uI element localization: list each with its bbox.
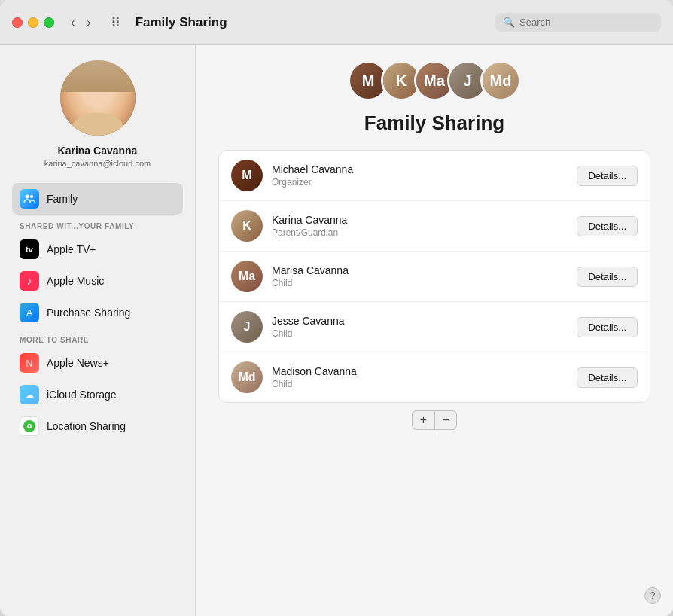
svg-point-0	[26, 195, 29, 199]
user-name: Karina Cavanna	[58, 145, 138, 157]
member-info-michael: Michael Cavanna Organizer	[272, 163, 568, 188]
sidebar-item-applemusic[interactable]: ♪ Apple Music	[12, 265, 183, 297]
appletv-icon: tv	[20, 239, 39, 259]
avatar-body	[68, 113, 128, 136]
sidebar-item-applemusic-label: Apple Music	[47, 275, 104, 287]
remove-member-button[interactable]: −	[434, 410, 457, 430]
member-row-madison: Md Madison Cavanna Child Details...	[219, 352, 650, 402]
more-section-label: MORE TO SHARE	[12, 328, 183, 347]
details-button-michael[interactable]: Details...	[577, 166, 638, 186]
member-row-marisa: Ma Marisa Cavanna Child Details...	[219, 252, 650, 302]
maximize-button[interactable]	[44, 17, 54, 28]
sidebar-item-icloud-label: iCloud Storage	[47, 389, 117, 401]
member-row-karina: K Karina Cavanna Parent/Guardian Details…	[219, 201, 650, 252]
sidebar-item-applenews-label: Apple News+	[47, 357, 109, 369]
member-info-madison: Madison Cavanna Child	[272, 365, 568, 389]
member-row-michael: M Michael Cavanna Organizer Details...	[219, 151, 650, 201]
shared-section-label: SHARED WIT...YOUR FAMILY	[12, 215, 183, 233]
main-content: Karina Cavanna karina_cavanna@icloud.com…	[0, 45, 673, 616]
member-avatar-marisa: Ma	[231, 261, 263, 292]
member-info-jesse: Jesse Cavanna Child	[272, 315, 568, 339]
user-avatar	[60, 60, 136, 136]
details-button-jesse[interactable]: Details...	[577, 317, 638, 337]
details-button-madison[interactable]: Details...	[577, 367, 638, 388]
sidebar-item-icloud[interactable]: ☁ iCloud Storage	[12, 379, 183, 410]
avatar-hair	[60, 60, 136, 92]
sidebar-item-purchasesharing[interactable]: A Purchase Sharing	[12, 297, 183, 328]
details-button-karina[interactable]: Details...	[577, 216, 638, 236]
applemusic-icon: ♪	[20, 271, 39, 291]
member-name-jesse: Jesse Cavanna	[272, 315, 568, 327]
grid-button[interactable]: ⠿	[105, 11, 126, 34]
window-title: Family Sharing	[136, 15, 486, 30]
search-bar[interactable]: 🔍	[495, 13, 661, 32]
member-name-madison: Madison Cavanna	[272, 365, 568, 377]
member-avatar-michael: M	[231, 160, 263, 191]
applenews-icon: N	[20, 353, 39, 373]
titlebar: ‹ › ⠿ Family Sharing 🔍	[0, 0, 673, 45]
member-name-marisa: Marisa Cavanna	[272, 264, 568, 276]
member-avatar-jesse: J	[231, 311, 263, 343]
details-button-marisa[interactable]: Details...	[577, 267, 638, 287]
forward-button[interactable]: ›	[82, 13, 95, 32]
add-member-button[interactable]: +	[412, 410, 434, 430]
back-button[interactable]: ‹	[66, 13, 79, 32]
user-email: karina_cavanna@icloud.com	[44, 159, 151, 168]
sidebar-item-appletv[interactable]: tv Apple TV+	[12, 233, 183, 265]
member-role-jesse: Child	[272, 328, 568, 339]
minimize-button[interactable]	[28, 17, 38, 28]
close-button[interactable]	[12, 17, 23, 28]
nav-buttons: ‹ ›	[66, 13, 96, 32]
family-avatars: M K Ma J Md	[348, 60, 521, 101]
sidebar-item-purchasesharing-label: Purchase Sharing	[47, 306, 130, 319]
member-role-marisa: Child	[272, 278, 568, 288]
member-avatar-karina: K	[231, 210, 263, 242]
help-button[interactable]: ?	[644, 587, 661, 604]
detail-panel: M K Ma J Md Family Sharing	[196, 45, 673, 616]
page-title: Family Sharing	[364, 111, 504, 135]
svg-point-4	[29, 425, 31, 428]
member-role-michael: Organizer	[272, 177, 568, 188]
sidebar-item-appletv-label: Apple TV+	[47, 243, 96, 255]
member-name-michael: Michael Cavanna	[272, 163, 568, 175]
member-row-jesse: J Jesse Cavanna Child Details...	[219, 302, 650, 352]
member-role-madison: Child	[272, 379, 568, 389]
member-info-marisa: Marisa Cavanna Child	[272, 264, 568, 288]
member-role-karina: Parent/Guardian	[272, 227, 568, 238]
detail-content: M K Ma J Md Family Sharing	[218, 60, 650, 430]
traffic-lights	[12, 17, 54, 28]
group-avatar-5: Md	[480, 60, 521, 101]
location-icon	[20, 416, 39, 436]
purchasesharing-icon: A	[20, 303, 39, 322]
svg-point-1	[30, 195, 33, 198]
member-avatar-madison: Md	[231, 361, 263, 393]
avatar-face	[60, 60, 136, 136]
app-window: ‹ › ⠿ Family Sharing 🔍 Karina Cavanna ka…	[0, 0, 673, 616]
sidebar-item-family[interactable]: Family	[12, 183, 183, 215]
search-icon: 🔍	[503, 17, 515, 28]
family-icon	[20, 189, 39, 209]
sidebar-item-applenews[interactable]: N Apple News+	[12, 347, 183, 379]
icloud-icon: ☁	[20, 385, 39, 404]
sidebar-item-family-label: Family	[47, 193, 78, 205]
member-name-karina: Karina Cavanna	[272, 214, 568, 226]
list-actions: + −	[412, 410, 457, 430]
family-list: M Michael Cavanna Organizer Details... K…	[218, 150, 650, 403]
member-info-karina: Karina Cavanna Parent/Guardian	[272, 214, 568, 238]
sidebar-item-location-label: Location Sharing	[47, 420, 126, 432]
sidebar-item-location[interactable]: Location Sharing	[12, 410, 183, 442]
search-input[interactable]	[519, 17, 653, 28]
sidebar: Karina Cavanna karina_cavanna@icloud.com…	[0, 45, 196, 616]
